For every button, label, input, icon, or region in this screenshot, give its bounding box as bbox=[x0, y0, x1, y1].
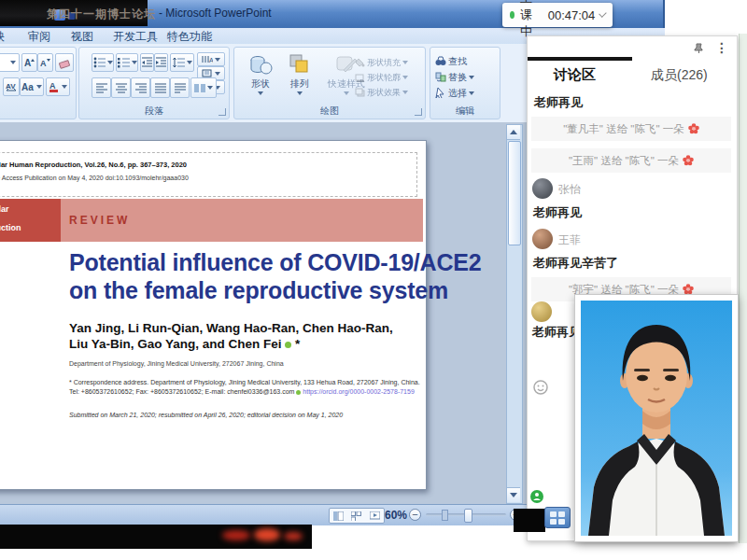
online-status-dot bbox=[510, 11, 514, 19]
tab-special-features[interactable]: 特色功能 bbox=[167, 29, 212, 45]
align-left-button[interactable] bbox=[92, 77, 111, 98]
class-status-label: 上课中 bbox=[520, 0, 543, 40]
paper-journal-line: Molecular Human Reproduction, Vol.26, No… bbox=[0, 161, 187, 169]
blurred-red-spot bbox=[222, 530, 250, 540]
window-title-app: - Microsoft PowerPoint bbox=[159, 7, 272, 20]
columns-button[interactable] bbox=[190, 77, 217, 98]
shape-effects-button[interactable]: 形状效果 bbox=[354, 85, 421, 100]
blurred-red-spot bbox=[254, 528, 280, 541]
shapes-button[interactable]: 形状 bbox=[242, 51, 279, 107]
emoji-icon[interactable] bbox=[533, 380, 548, 395]
increase-indent-button[interactable] bbox=[154, 53, 168, 72]
screen: 第四十一期博士论坛 - Microsoft PowerPoint 映 审阅 视图… bbox=[0, 0, 747, 560]
text-direction-button[interactable]: A bbox=[197, 52, 225, 66]
taskbar-tool-icon[interactable] bbox=[544, 507, 571, 528]
shape-outline-button[interactable]: 形状轮廓 bbox=[354, 70, 421, 85]
blurred-red-spot bbox=[284, 532, 303, 540]
desktop-edge-strip bbox=[739, 34, 747, 543]
grow-font-button[interactable]: A bbox=[21, 53, 37, 72]
paper-correspondence-line2: Tel: +8605372610652; Fax: +8605372610652… bbox=[69, 388, 415, 395]
align-right-button[interactable] bbox=[131, 77, 150, 98]
numbering-button[interactable] bbox=[116, 53, 138, 72]
scroll-down-button[interactable] bbox=[507, 487, 520, 502]
ribbon-group-editing: 查找 替换 选择 编辑 bbox=[430, 47, 500, 119]
bullets-icon bbox=[93, 57, 106, 68]
scroll-up-button[interactable] bbox=[507, 125, 520, 140]
more-menu-icon[interactable]: ⋮ bbox=[715, 40, 728, 55]
ribbon-group-drawing: 形状 排列 快速样式 形状填充 形状轮廓 形状效果 绘图 bbox=[233, 47, 426, 119]
slide-workspace: Molecular Human Reproduction, Vol.26, No… bbox=[0, 122, 528, 504]
pin-icon[interactable] bbox=[694, 43, 704, 54]
decrease-indent-button[interactable] bbox=[140, 53, 154, 72]
svg-text:A: A bbox=[209, 57, 213, 63]
shape-outline-icon bbox=[355, 73, 365, 82]
class-status-bar[interactable]: 上课中 00:47:04 bbox=[502, 3, 613, 27]
slide-canvas[interactable]: Molecular Human Reproduction, Vol.26, No… bbox=[0, 140, 427, 490]
flower-icon bbox=[683, 284, 694, 295]
change-case-button[interactable]: Aa bbox=[20, 77, 44, 96]
paper-authors-line2: Liu Ya-Bin, Gao Yang, and Chen Fei * bbox=[69, 337, 300, 351]
portrait-image bbox=[581, 301, 732, 536]
editing-group-label: 编辑 bbox=[430, 105, 500, 118]
tab-developer[interactable]: 开发工具 bbox=[113, 29, 158, 45]
journal-logo: molecular human reproduction bbox=[0, 199, 61, 242]
bullets-button[interactable] bbox=[92, 53, 114, 72]
find-binoculars-icon bbox=[435, 56, 446, 66]
font-color-icon: A bbox=[49, 81, 60, 92]
ppt-status-bar: 60% − + bbox=[0, 504, 528, 525]
character-spacing-button[interactable]: AV bbox=[3, 77, 20, 96]
distribute-icon bbox=[175, 83, 186, 93]
tab-review[interactable]: 审阅 bbox=[28, 29, 50, 45]
scroll-up-icon bbox=[510, 130, 517, 134]
paragraph-group-label: 段落 bbox=[79, 105, 229, 118]
font-size-combo[interactable] bbox=[0, 53, 20, 72]
clear-formatting-button[interactable] bbox=[55, 53, 74, 72]
avatar bbox=[532, 229, 553, 249]
chat-user-name: 王菲 bbox=[558, 232, 581, 248]
slide-sorter-view-button[interactable] bbox=[351, 511, 361, 521]
select-cursor-icon bbox=[435, 88, 446, 98]
find-button[interactable]: 查找 bbox=[434, 53, 496, 69]
background-window-fragment bbox=[514, 509, 545, 532]
select-button[interactable]: 选择 bbox=[434, 85, 496, 101]
zoom-level[interactable]: 60% bbox=[385, 509, 407, 522]
tab-members[interactable]: 成员(226) bbox=[651, 67, 708, 84]
normal-view-button[interactable] bbox=[333, 511, 344, 521]
shape-fill-button[interactable]: 形状填充 bbox=[354, 55, 421, 70]
scrollbar-thumb[interactable] bbox=[508, 141, 521, 245]
zoom-slider-thumb[interactable] bbox=[464, 509, 472, 523]
section-label: REVIEW bbox=[69, 214, 130, 227]
shape-effects-icon bbox=[355, 88, 365, 97]
tab-slideshow-partial[interactable]: 映 bbox=[0, 29, 5, 45]
columns-icon bbox=[194, 83, 205, 93]
slideshow-view-button[interactable] bbox=[370, 511, 380, 521]
scroll-down-icon bbox=[510, 493, 517, 497]
tab-discussion[interactable]: 讨论区 bbox=[554, 66, 596, 84]
replace-button[interactable]: 替换 bbox=[434, 69, 496, 85]
paragraph-dialog-launcher[interactable] bbox=[218, 108, 226, 116]
orcid-icon-small bbox=[296, 390, 301, 395]
justify-button[interactable] bbox=[150, 77, 170, 98]
zoom-out-button[interactable]: − bbox=[409, 509, 421, 521]
grow-font-icon: A bbox=[24, 57, 35, 68]
arrange-button[interactable]: 排列 bbox=[281, 51, 318, 107]
chat-message: 老师再见 bbox=[534, 94, 583, 111]
change-case-icon: Aa bbox=[21, 81, 35, 92]
presenter-photo bbox=[575, 295, 738, 541]
distribute-button[interactable] bbox=[170, 77, 190, 98]
font-color-button[interactable]: A bbox=[46, 77, 70, 96]
chevron-down-icon[interactable] bbox=[599, 9, 607, 17]
shape-fill-icon bbox=[355, 58, 365, 67]
align-center-button[interactable] bbox=[111, 77, 131, 98]
decrease-indent-icon bbox=[142, 57, 152, 68]
chat-message: 老师再见辛苦了 bbox=[533, 255, 618, 272]
slide-vertical-scrollbar[interactable] bbox=[506, 124, 523, 504]
tab-view[interactable]: 视图 bbox=[71, 29, 93, 45]
drawing-dialog-launcher[interactable] bbox=[415, 108, 422, 116]
shrink-font-button[interactable]: A bbox=[37, 53, 53, 72]
orcid-link[interactable]: https://orcid.org/0000-0002-2578-7159 bbox=[303, 388, 414, 395]
text-direction-icon: A bbox=[202, 55, 213, 63]
justify-icon bbox=[155, 83, 166, 93]
line-spacing-button[interactable] bbox=[170, 53, 194, 72]
ribbon-group-font: A A AV Aa A bbox=[0, 47, 77, 119]
